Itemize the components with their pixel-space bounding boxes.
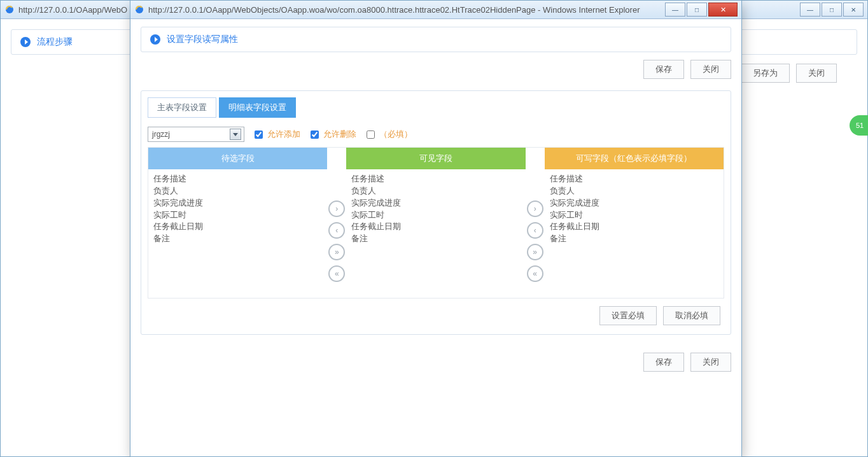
list-visible[interactable]: 任务描述负责人实际完成进度实际工时任务截止日期备注 [346, 169, 525, 298]
front-url: http://127.0.0.1/OAapp/WebObjects/OAapp.… [148, 5, 660, 15]
list-item[interactable]: 任务描述 [351, 173, 520, 185]
tab-main-fields[interactable]: 主表字段设置 [148, 97, 216, 118]
list-candidate[interactable]: 任务描述负责人实际完成进度实际工时任务截止日期备注 [148, 169, 327, 298]
move-left-icon[interactable]: ‹ [328, 222, 345, 239]
front-window: http://127.0.0.1/OAapp/WebObjects/OAapp.… [130, 0, 742, 457]
minimize-button[interactable]: — [665, 3, 685, 17]
move-right-icon[interactable]: › [527, 200, 543, 217]
save-as-button[interactable]: 另存为 [741, 64, 790, 83]
list-writable[interactable]: 任务描述负责人实际完成进度实际工时任务截止日期备注 [545, 169, 724, 298]
list-item[interactable]: 任务截止日期 [351, 221, 520, 233]
field-settings-card: 主表字段设置 明细表字段设置 jrgzzj 允许添加 允许删除 [141, 90, 731, 335]
list-item[interactable]: 任务描述 [550, 173, 718, 185]
close-button-bottom[interactable]: 关闭 [690, 353, 731, 372]
allow-delete-wrap[interactable]: 允许删除 [308, 129, 356, 141]
col-head-writable: 可写字段（红色表示必填字段） [545, 148, 724, 169]
required-hint-label: （必填） [379, 129, 412, 140]
front-panel-head: 设置字段读写属性 [141, 27, 731, 52]
mover-1: › ‹ » « [327, 169, 346, 298]
combo-value: jrgzzj [152, 130, 170, 139]
save-button-bottom[interactable]: 保存 [643, 353, 684, 372]
list-item[interactable]: 实际完成进度 [351, 197, 520, 209]
list-item[interactable]: 实际工时 [153, 209, 322, 221]
save-button-top[interactable]: 保存 [643, 60, 684, 79]
list-item[interactable]: 实际工时 [550, 209, 718, 221]
move-all-right-icon[interactable]: » [527, 244, 543, 260]
close-window-button[interactable]: ✕ [708, 3, 738, 17]
minimize-button[interactable]: — [800, 3, 820, 17]
required-hint-wrap[interactable]: （必填） [364, 129, 412, 141]
list-item[interactable]: 任务截止日期 [153, 221, 322, 233]
move-left-icon[interactable]: ‹ [527, 222, 543, 239]
list-item[interactable]: 负责人 [351, 185, 520, 197]
col-head-candidate: 待选字段 [148, 148, 327, 169]
allow-delete-label: 允许删除 [323, 129, 356, 140]
back-panel-title: 流程步骤 [37, 36, 73, 48]
maximize-button[interactable]: □ [687, 3, 707, 17]
list-item[interactable]: 负责人 [550, 185, 718, 197]
ie-icon [4, 4, 15, 15]
side-badge[interactable]: 51 [850, 115, 868, 136]
ie-icon [134, 4, 144, 15]
unset-required-button[interactable]: 取消必填 [663, 306, 720, 325]
col-head-visible: 可见字段 [346, 148, 525, 169]
front-titlebar: http://127.0.0.1/OAapp/WebObjects/OAapp.… [130, 1, 741, 19]
chevron-down-icon[interactable] [230, 129, 241, 140]
list-item[interactable]: 负责人 [153, 185, 322, 197]
move-right-icon[interactable]: › [328, 200, 345, 217]
list-item[interactable]: 备注 [351, 233, 520, 245]
close-window-button[interactable]: ✕ [843, 3, 864, 17]
table-select[interactable]: jrgzzj [148, 127, 244, 142]
back-close-button[interactable]: 关闭 [796, 64, 837, 83]
list-item[interactable]: 实际完成进度 [153, 197, 322, 209]
set-required-button[interactable]: 设置必填 [599, 306, 657, 325]
list-item[interactable]: 备注 [153, 233, 322, 245]
move-all-right-icon[interactable]: » [328, 244, 345, 260]
list-item[interactable]: 任务描述 [153, 173, 322, 185]
mover-2: › ‹ » « [526, 169, 545, 298]
maximize-button[interactable]: □ [822, 3, 842, 17]
list-item[interactable]: 备注 [550, 233, 718, 245]
play-icon [150, 34, 160, 45]
allow-add-wrap[interactable]: 允许添加 [252, 129, 300, 141]
tab-detail-fields[interactable]: 明细表字段设置 [219, 97, 296, 118]
close-button-top[interactable]: 关闭 [690, 60, 731, 79]
move-all-left-icon[interactable]: « [328, 265, 345, 282]
move-all-left-icon[interactable]: « [527, 265, 543, 282]
list-item[interactable]: 实际完成进度 [550, 197, 718, 209]
allow-delete-checkbox[interactable] [311, 130, 319, 139]
list-item[interactable]: 任务截止日期 [550, 221, 718, 233]
required-hint-checkbox[interactable] [367, 130, 375, 139]
front-panel-title: 设置字段读写属性 [167, 34, 238, 45]
play-icon [20, 37, 31, 47]
allow-add-checkbox[interactable] [255, 130, 263, 139]
allow-add-label: 允许添加 [267, 129, 300, 140]
list-item[interactable]: 实际工时 [351, 209, 520, 221]
